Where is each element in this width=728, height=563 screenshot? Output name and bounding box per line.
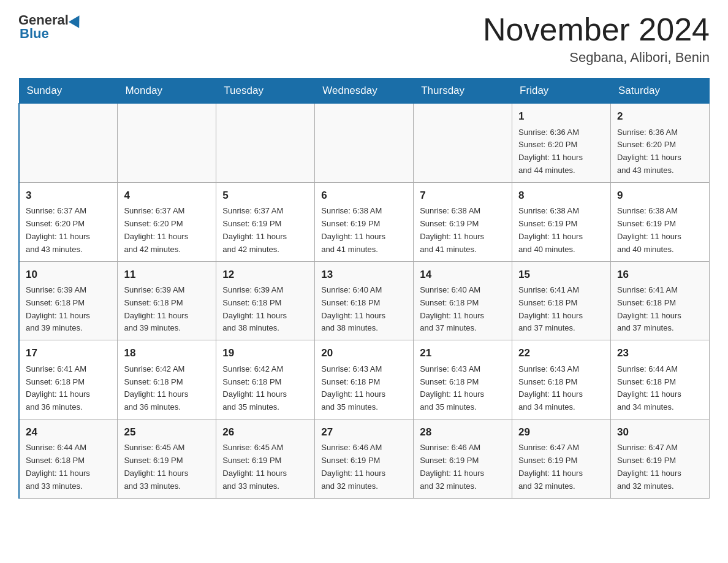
day-info: Sunrise: 6:43 AM Sunset: 6:18 PM Dayligh… (420, 363, 506, 414)
calendar-day-cell: 4Sunrise: 6:37 AM Sunset: 6:20 PM Daylig… (118, 182, 216, 261)
calendar-day-cell: 14Sunrise: 6:40 AM Sunset: 6:18 PM Dayli… (414, 261, 512, 340)
day-info: Sunrise: 6:37 AM Sunset: 6:20 PM Dayligh… (124, 205, 210, 256)
weekday-header-saturday: Saturday (611, 79, 710, 104)
weekday-header-thursday: Thursday (414, 79, 512, 104)
calendar-day-cell: 16Sunrise: 6:41 AM Sunset: 6:18 PM Dayli… (611, 261, 710, 340)
calendar-week-row: 10Sunrise: 6:39 AM Sunset: 6:18 PM Dayli… (19, 261, 710, 340)
calendar-day-cell: 8Sunrise: 6:38 AM Sunset: 6:19 PM Daylig… (512, 182, 611, 261)
title-section: November 2024 Segbana, Alibori, Benin (483, 12, 710, 66)
day-number: 4 (124, 188, 210, 204)
month-title: November 2024 (483, 12, 710, 47)
day-number: 28 (420, 424, 506, 440)
day-number: 30 (617, 424, 703, 440)
day-info: Sunrise: 6:46 AM Sunset: 6:19 PM Dayligh… (321, 442, 407, 492)
weekday-header-tuesday: Tuesday (216, 79, 315, 104)
calendar-day-cell: 29Sunrise: 6:47 AM Sunset: 6:19 PM Dayli… (512, 419, 611, 498)
day-info: Sunrise: 6:39 AM Sunset: 6:18 PM Dayligh… (222, 284, 308, 335)
calendar-week-row: 3Sunrise: 6:37 AM Sunset: 6:20 PM Daylig… (19, 182, 710, 261)
day-info: Sunrise: 6:43 AM Sunset: 6:18 PM Dayligh… (518, 363, 604, 414)
day-info: Sunrise: 6:45 AM Sunset: 6:19 PM Dayligh… (124, 442, 210, 492)
day-info: Sunrise: 6:39 AM Sunset: 6:18 PM Dayligh… (124, 284, 210, 335)
day-number: 1 (518, 109, 604, 124)
day-info: Sunrise: 6:37 AM Sunset: 6:20 PM Dayligh… (26, 205, 111, 256)
day-number: 24 (26, 424, 111, 440)
calendar-day-cell: 26Sunrise: 6:45 AM Sunset: 6:19 PM Dayli… (216, 419, 315, 498)
calendar-day-cell: 6Sunrise: 6:38 AM Sunset: 6:19 PM Daylig… (315, 182, 414, 261)
day-info: Sunrise: 6:38 AM Sunset: 6:19 PM Dayligh… (617, 205, 703, 256)
logo-blue-text: Blue (20, 26, 49, 42)
calendar-day-cell: 21Sunrise: 6:43 AM Sunset: 6:18 PM Dayli… (414, 340, 512, 419)
day-info: Sunrise: 6:38 AM Sunset: 6:19 PM Dayligh… (321, 205, 407, 256)
weekday-header-friday: Friday (512, 79, 611, 104)
calendar-day-cell: 10Sunrise: 6:39 AM Sunset: 6:18 PM Dayli… (19, 261, 118, 340)
day-info: Sunrise: 6:39 AM Sunset: 6:18 PM Dayligh… (26, 284, 111, 335)
day-number: 23 (617, 345, 703, 361)
calendar-table: SundayMondayTuesdayWednesdayThursdayFrid… (18, 78, 710, 498)
calendar-day-cell: 3Sunrise: 6:37 AM Sunset: 6:20 PM Daylig… (19, 182, 118, 261)
day-info: Sunrise: 6:36 AM Sunset: 6:20 PM Dayligh… (617, 126, 703, 177)
calendar-day-cell: 13Sunrise: 6:40 AM Sunset: 6:18 PM Dayli… (315, 261, 414, 340)
day-number: 12 (222, 267, 308, 283)
day-number: 7 (420, 188, 506, 204)
day-number: 21 (420, 345, 506, 361)
day-number: 17 (26, 345, 111, 361)
day-info: Sunrise: 6:44 AM Sunset: 6:18 PM Dayligh… (26, 442, 111, 492)
calendar-day-cell: 12Sunrise: 6:39 AM Sunset: 6:18 PM Dayli… (216, 261, 315, 340)
calendar-day-cell: 1Sunrise: 6:36 AM Sunset: 6:20 PM Daylig… (512, 104, 611, 183)
day-number: 16 (617, 267, 703, 283)
day-info: Sunrise: 6:38 AM Sunset: 6:19 PM Dayligh… (420, 205, 506, 256)
calendar-day-cell: 28Sunrise: 6:46 AM Sunset: 6:19 PM Dayli… (414, 419, 512, 498)
day-info: Sunrise: 6:41 AM Sunset: 6:18 PM Dayligh… (518, 284, 604, 335)
calendar-day-cell: 27Sunrise: 6:46 AM Sunset: 6:19 PM Dayli… (315, 419, 414, 498)
calendar-day-cell (216, 104, 315, 183)
calendar-day-cell: 2Sunrise: 6:36 AM Sunset: 6:20 PM Daylig… (611, 104, 710, 183)
day-info: Sunrise: 6:44 AM Sunset: 6:18 PM Dayligh… (617, 363, 703, 414)
day-info: Sunrise: 6:38 AM Sunset: 6:19 PM Dayligh… (518, 205, 604, 256)
calendar-header-row: SundayMondayTuesdayWednesdayThursdayFrid… (19, 79, 710, 104)
day-number: 18 (124, 345, 210, 361)
weekday-header-sunday: Sunday (19, 79, 118, 104)
day-number: 20 (321, 345, 407, 361)
day-number: 9 (617, 188, 703, 204)
calendar-day-cell: 22Sunrise: 6:43 AM Sunset: 6:18 PM Dayli… (512, 340, 611, 419)
day-info: Sunrise: 6:40 AM Sunset: 6:18 PM Dayligh… (321, 284, 407, 335)
day-number: 19 (222, 345, 308, 361)
location-title: Segbana, Alibori, Benin (483, 50, 710, 66)
day-info: Sunrise: 6:41 AM Sunset: 6:18 PM Dayligh… (26, 363, 111, 414)
day-number: 15 (518, 267, 604, 283)
day-info: Sunrise: 6:36 AM Sunset: 6:20 PM Dayligh… (518, 126, 604, 177)
calendar-day-cell: 7Sunrise: 6:38 AM Sunset: 6:19 PM Daylig… (414, 182, 512, 261)
calendar-day-cell: 24Sunrise: 6:44 AM Sunset: 6:18 PM Dayli… (19, 419, 118, 498)
calendar-day-cell: 19Sunrise: 6:42 AM Sunset: 6:18 PM Dayli… (216, 340, 315, 419)
calendar-day-cell: 30Sunrise: 6:47 AM Sunset: 6:19 PM Dayli… (611, 419, 710, 498)
logo-triangle-icon (69, 12, 85, 28)
calendar-day-cell (19, 104, 118, 183)
day-info: Sunrise: 6:47 AM Sunset: 6:19 PM Dayligh… (518, 442, 604, 492)
calendar-day-cell: 5Sunrise: 6:37 AM Sunset: 6:19 PM Daylig… (216, 182, 315, 261)
calendar-day-cell (315, 104, 414, 183)
day-info: Sunrise: 6:42 AM Sunset: 6:18 PM Dayligh… (222, 363, 308, 414)
calendar-day-cell: 15Sunrise: 6:41 AM Sunset: 6:18 PM Dayli… (512, 261, 611, 340)
calendar-week-row: 17Sunrise: 6:41 AM Sunset: 6:18 PM Dayli… (19, 340, 710, 419)
day-info: Sunrise: 6:43 AM Sunset: 6:18 PM Dayligh… (321, 363, 407, 414)
day-number: 25 (124, 424, 210, 440)
day-number: 3 (26, 188, 111, 204)
day-number: 29 (518, 424, 604, 440)
day-info: Sunrise: 6:40 AM Sunset: 6:18 PM Dayligh… (420, 284, 506, 335)
day-number: 2 (617, 109, 703, 124)
calendar-day-cell: 9Sunrise: 6:38 AM Sunset: 6:19 PM Daylig… (611, 182, 710, 261)
weekday-header-monday: Monday (118, 79, 216, 104)
day-info: Sunrise: 6:45 AM Sunset: 6:19 PM Dayligh… (222, 442, 308, 492)
calendar-day-cell (118, 104, 216, 183)
day-number: 27 (321, 424, 407, 440)
day-number: 13 (321, 267, 407, 283)
day-number: 6 (321, 188, 407, 204)
page-header: General Blue November 2024 Segbana, Alib… (18, 12, 710, 66)
calendar-day-cell (414, 104, 512, 183)
calendar-week-row: 1Sunrise: 6:36 AM Sunset: 6:20 PM Daylig… (19, 104, 710, 183)
calendar-day-cell: 20Sunrise: 6:43 AM Sunset: 6:18 PM Dayli… (315, 340, 414, 419)
day-info: Sunrise: 6:41 AM Sunset: 6:18 PM Dayligh… (617, 284, 703, 335)
day-info: Sunrise: 6:37 AM Sunset: 6:19 PM Dayligh… (222, 205, 308, 256)
day-number: 22 (518, 345, 604, 361)
day-number: 10 (26, 267, 111, 283)
